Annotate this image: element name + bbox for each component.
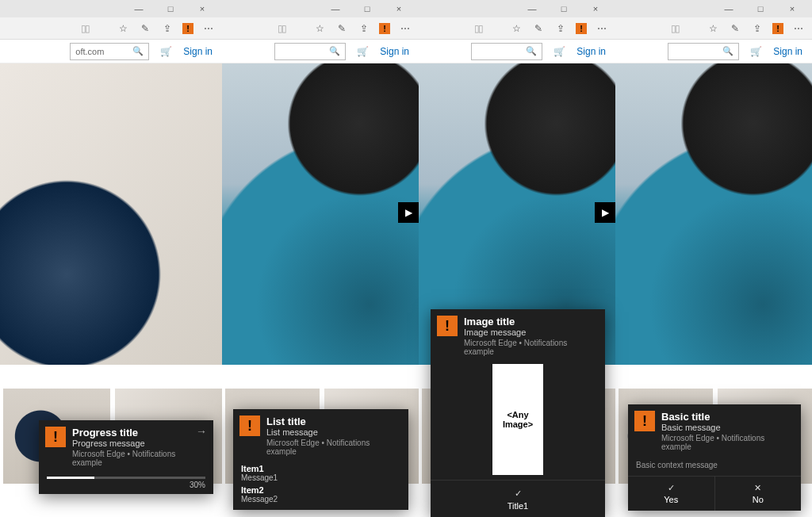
reader-icon[interactable]: ▯▯ [471,23,485,34]
toast-message: Progress message [72,438,204,448]
alert-icon[interactable]: ! [576,23,587,34]
cart-icon[interactable]: 🛒 [750,46,762,57]
more-icon[interactable]: ⋯ [791,23,806,34]
hero-image [0,63,222,365]
toast-list-items: Item1 Message1 Item2 Message2 [233,459,408,505]
app-icon: ! [45,427,66,447]
toolbar: ▯▯ ☆ ✎ ⇪ ! ⋯ [0,17,222,40]
toast-title: Image title [464,316,596,327]
search-input[interactable]: 🔍 [471,43,542,60]
toast-image[interactable]: ! Image title Image message Microsoft Ed… [431,309,605,517]
progress-percent: 30% [39,481,213,494]
toast-title: List title [266,416,399,427]
signin-link[interactable]: Sign in [380,46,409,57]
minimize-button[interactable]: — [717,4,741,13]
reader-icon[interactable]: ▯▯ [668,23,682,34]
carousel-next-icon[interactable]: ▶ [595,202,615,223]
more-icon[interactable]: ⋯ [398,23,412,34]
search-icon: 🔍 [329,46,340,56]
toast-basic[interactable]: ! Basic title Basic message Microsoft Ed… [628,404,801,511]
titlebar: — □ × [419,0,615,17]
toast-progress[interactable]: → ! Progress title Progress message Micr… [39,420,213,494]
carousel-next-icon[interactable]: ▶ [398,202,419,223]
toolbar: ▯▯ ☆ ✎ ⇪ ! ⋯ [222,17,419,40]
toast-message: Basic message [661,423,791,432]
close-button[interactable]: × [584,4,607,13]
alert-icon[interactable]: ! [772,23,783,34]
favorites-icon[interactable]: ☆ [116,23,130,34]
minimize-button[interactable]: — [324,4,347,13]
alert-icon[interactable]: ! [182,23,193,34]
notes-icon[interactable]: ✎ [531,23,546,34]
button-label: No [753,495,764,504]
share-icon[interactable]: ⇪ [357,23,371,34]
image-placeholder: <Any Image> [492,364,543,475]
button-label: Yes [664,495,678,504]
button-label: Title1 [508,501,529,511]
signin-link[interactable]: Sign in [576,46,606,57]
more-icon[interactable]: ⋯ [595,23,609,34]
toast-button[interactable]: ✓ Title1 [431,481,605,517]
cart-icon[interactable]: 🛒 [357,46,369,57]
more-icon[interactable]: ⋯ [201,23,216,34]
toolbar: ▯▯ ☆ ✎ ⇪ ! ⋯ [615,17,812,40]
notes-icon[interactable]: ✎ [138,23,152,34]
hero-image: ▶ [222,63,419,365]
check-icon: ✓ [431,488,605,499]
toast-list[interactable]: ! List title List message Microsoft Edge… [233,409,408,510]
notes-icon[interactable]: ✎ [335,23,349,34]
commandbar: 🔍 🛒 Sign in [419,40,615,63]
close-button[interactable]: × [190,4,214,13]
toast-message: List message [266,427,399,437]
maximize-button[interactable]: □ [749,4,772,13]
reader-icon[interactable]: ▯▯ [274,23,289,34]
yes-button[interactable]: ✓ Yes [628,477,714,511]
maximize-button[interactable]: □ [355,4,379,13]
notes-icon[interactable]: ✎ [728,23,742,34]
favorites-icon[interactable]: ☆ [706,23,720,34]
search-input[interactable]: 🔍 [668,43,739,60]
toast-attribution: Microsoft Edge • Notifications example [266,438,399,456]
toast-title: Progress title [72,427,204,438]
progressbar [47,477,205,479]
commandbar: 🔍 🛒 Sign in [615,40,812,63]
toast-attribution: Microsoft Edge • Notifications example [72,450,204,467]
commandbar: oft.com 🔍 🛒 Sign in [0,40,222,63]
minimize-button[interactable]: — [127,4,151,13]
titlebar: — □ × [222,0,419,17]
toast-title: Basic title [661,411,791,423]
share-icon[interactable]: ⇪ [553,23,568,34]
search-text: oft.com [75,47,104,56]
app-icon: ! [437,316,458,336]
list-item-title: Item2 [241,485,400,495]
reader-icon[interactable]: ▯▯ [78,23,92,34]
close-button[interactable]: × [780,4,804,13]
search-input[interactable]: oft.com 🔍 [70,43,149,60]
alert-icon[interactable]: ! [379,23,390,34]
search-input[interactable]: 🔍 [274,43,346,60]
cart-icon[interactable]: 🛒 [160,46,172,57]
maximize-button[interactable]: □ [552,4,576,13]
progressbar-fill [47,477,94,479]
signin-link[interactable]: Sign in [773,46,802,57]
search-icon: 🔍 [526,46,537,56]
close-button[interactable]: × [387,4,411,13]
commandbar: 🔍 🛒 Sign in [222,40,419,63]
share-icon[interactable]: ⇪ [750,23,764,34]
favorites-icon[interactable]: ☆ [312,23,327,34]
maximize-button[interactable]: □ [159,4,182,13]
toast-attribution: Microsoft Edge • Notifications example [661,434,791,451]
app-icon: ! [634,411,655,431]
list-item-msg: Message2 [241,495,400,504]
favorites-icon[interactable]: ☆ [509,23,523,34]
toast-message: Image message [464,327,596,337]
search-icon: 🔍 [132,46,144,56]
signin-link[interactable]: Sign in [183,46,213,57]
minimize-button[interactable]: — [520,4,544,13]
share-icon[interactable]: ⇪ [160,23,174,34]
expand-icon[interactable]: → [196,425,207,438]
search-icon: 🔍 [722,46,733,56]
app-icon: ! [239,416,260,436]
no-button[interactable]: ✕ No [714,477,802,511]
cart-icon[interactable]: 🛒 [553,46,565,57]
